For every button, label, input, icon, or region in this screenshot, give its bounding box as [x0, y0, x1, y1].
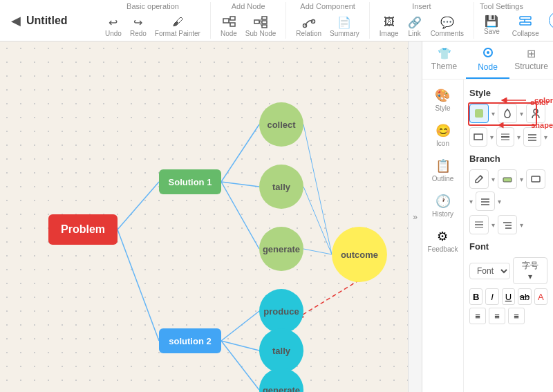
branch-lines3-dropdown[interactable]: ▾: [491, 221, 495, 229]
produce-label: produce: [263, 306, 299, 317]
font-size-button[interactable]: 字号 ▾: [513, 257, 547, 284]
generate2-node[interactable]: generate: [259, 368, 303, 392]
tally1-node[interactable]: tally: [259, 165, 303, 209]
icon-icon: 😊: [435, 123, 451, 138]
font-select-row: Font 字号 ▾: [469, 257, 547, 284]
node-button[interactable]: Node: [218, 13, 240, 39]
panel-collapse-button[interactable]: »: [408, 41, 422, 392]
generate1-node[interactable]: generate: [259, 227, 303, 271]
outline-rect-dropdown[interactable]: ▾: [490, 133, 494, 141]
font-family-select[interactable]: Font: [469, 263, 510, 279]
solution2-node[interactable]: solution 2: [159, 328, 221, 353]
image-button[interactable]: 🖼 Image: [377, 13, 402, 39]
branch-rect-dropdown[interactable]: ▾: [469, 198, 473, 205]
align-center-button[interactable]: ≡: [489, 308, 505, 324]
insert-icons: 🖼 Image 🔗 Link 💬 Comments: [377, 13, 467, 39]
strikethrough-button[interactable]: ab: [518, 288, 531, 305]
branch-rect-button[interactable]: [526, 169, 545, 189]
mind-map-canvas[interactable]: Problem Solution 1 solution 2 collect ta…: [0, 41, 408, 392]
tab-structure[interactable]: ⊞ Structure: [509, 41, 553, 79]
tally2-node[interactable]: tally: [259, 328, 303, 373]
svg-rect-43: [532, 176, 540, 182]
branch-pencil-dropdown[interactable]: ▾: [491, 176, 495, 183]
basic-operation-icons: ↩ Undo ↪ Redo 🖌 Format Painter: [102, 13, 203, 39]
outline-lines2-dropdown[interactable]: ▾: [544, 133, 547, 141]
align-left-button[interactable]: ≡: [469, 308, 486, 324]
add-node-group: Add Node Node Sub Node: [211, 2, 286, 39]
document-title[interactable]: Untitled: [26, 15, 82, 27]
share-button[interactable]: 👥 Share: [549, 12, 553, 29]
fill-shape-button[interactable]: [469, 104, 489, 123]
produce-node[interactable]: produce: [259, 289, 303, 333]
undo-icon: ↩: [106, 15, 121, 30]
collapse-icon: [518, 15, 532, 30]
sub-node-button[interactable]: Sub Node: [243, 13, 279, 39]
underline-button[interactable]: U: [502, 288, 515, 305]
font-style-row: B I U ab A: [469, 288, 547, 305]
style-side-icon[interactable]: 🎨 Style: [432, 85, 453, 115]
align-right-button[interactable]: ≡: [508, 308, 525, 324]
back-button[interactable]: ◀: [6, 10, 26, 31]
sub-node-icon: [253, 15, 268, 30]
outline-rect-button[interactable]: [469, 127, 487, 147]
comments-button[interactable]: 💬 Comments: [428, 13, 467, 39]
summary-button[interactable]: 📄 Summary: [327, 13, 362, 39]
branch-indent-dropdown[interactable]: ▾: [520, 221, 523, 229]
icon-icon-label: Icon: [436, 140, 449, 147]
font-size-label: 字号: [522, 261, 538, 270]
history-side-icon[interactable]: 🕐 History: [429, 191, 456, 221]
history-icon-label: History: [432, 210, 453, 218]
problem-node[interactable]: Problem: [48, 214, 118, 245]
svg-line-23: [303, 187, 332, 254]
branch-lines-button[interactable]: [476, 192, 495, 211]
paint-dropdown[interactable]: ▾: [520, 110, 523, 118]
svg-line-21: [221, 182, 259, 249]
link-button[interactable]: 🔗 Link: [404, 13, 425, 39]
svg-point-32: [534, 109, 538, 113]
solution1-node[interactable]: Solution 1: [159, 169, 221, 194]
right-panel: 👕 Theme Node ⊞ Structure 🎨 Style: [422, 41, 553, 392]
branch-pencil-button[interactable]: [469, 169, 489, 189]
shape-annotation-text: shape: [531, 121, 553, 129]
feedback-side-icon[interactable]: ⚙ Feedback: [425, 226, 461, 256]
format-painter-button[interactable]: 🖌 Format Painter: [152, 13, 203, 39]
redo-icon: ↪: [131, 15, 146, 30]
undo-label: Undo: [105, 30, 122, 37]
tab-theme[interactable]: 👕 Theme: [422, 41, 466, 79]
branch-highlight-dropdown[interactable]: ▾: [520, 176, 523, 183]
branch-lines3-button[interactable]: [469, 215, 489, 234]
redo-button[interactable]: ↪ Redo: [127, 13, 149, 39]
branch-indent-button[interactable]: [498, 215, 517, 234]
bold-button[interactable]: B: [469, 288, 482, 305]
collect-node[interactable]: collect: [259, 102, 303, 147]
relation-button[interactable]: Relation: [293, 13, 324, 39]
tool-settings-buttons: 💾 Save Collapse: [480, 13, 543, 39]
style-icon: 🎨: [435, 88, 450, 103]
outline-lines1-dropdown[interactable]: ▾: [517, 133, 521, 141]
tab-node[interactable]: Node: [466, 41, 509, 79]
solution2-label: solution 2: [169, 336, 211, 346]
add-component-label: Add Component: [300, 2, 355, 10]
svg-rect-2: [230, 23, 235, 26]
generate2-label: generate: [263, 385, 300, 393]
undo-button[interactable]: ↩ Undo: [102, 13, 124, 39]
summary-label: Summary: [330, 30, 359, 37]
save-button[interactable]: 💾 Save: [480, 13, 504, 39]
outline-side-icon[interactable]: 📋 Outline: [429, 156, 457, 185]
collect-label: collect: [267, 120, 295, 130]
icon-side-icon[interactable]: 😊 Icon: [433, 120, 453, 150]
font-color-button[interactable]: A: [534, 288, 547, 305]
collapse-button[interactable]: Collapse: [508, 13, 543, 39]
branch-lines-dropdown[interactable]: ▾: [498, 198, 501, 205]
fill-dropdown[interactable]: ▾: [491, 110, 495, 118]
panel-tabs: 👕 Theme Node ⊞ Structure: [422, 41, 553, 80]
outcome-label: outcome: [341, 250, 378, 260]
relation-label: Relation: [296, 30, 321, 37]
insert-label: Insert: [412, 2, 431, 10]
sub-node-label: Sub Node: [245, 30, 276, 37]
branch-highlight-button[interactable]: [498, 169, 517, 189]
italic-button[interactable]: I: [485, 288, 498, 305]
outcome-node[interactable]: outcome: [332, 227, 387, 282]
svg-rect-8: [262, 25, 267, 28]
tally2-label: tally: [272, 346, 290, 356]
